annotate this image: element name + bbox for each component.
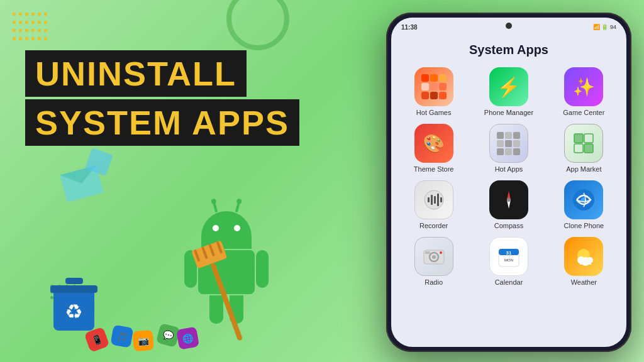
clone-phone-svg xyxy=(572,188,596,212)
app-item-theme-store[interactable]: 🎨 Theme Store xyxy=(399,124,469,173)
scattered-icon-2: 🎵 xyxy=(110,325,133,348)
calendar-svg: 31 MON xyxy=(496,244,521,269)
phone-screen: 11:38 📶 🔋 94 System Apps xyxy=(391,18,626,347)
bristle-4 xyxy=(216,241,223,254)
robot-arm-right xyxy=(256,250,269,288)
title-line1: UNINSTALL xyxy=(25,50,247,97)
app-icon-theme-store: 🎨 xyxy=(414,124,453,163)
robot-eye-left xyxy=(213,225,219,231)
svg-text:31: 31 xyxy=(506,250,512,256)
app-label-game-center: Game Center xyxy=(563,109,604,116)
svg-rect-7 xyxy=(434,196,436,204)
svg-text:MON: MON xyxy=(504,258,513,262)
app-icon-game-center: ✨ xyxy=(564,67,603,106)
status-icons: 📶 🔋 94 xyxy=(593,24,616,30)
svg-rect-0 xyxy=(574,134,583,143)
bin-handle xyxy=(65,278,83,284)
svg-rect-6 xyxy=(431,195,433,205)
battery-icon: 🔋 xyxy=(601,24,608,30)
svg-point-20 xyxy=(440,251,442,254)
app-market-svg xyxy=(572,132,595,155)
svg-rect-1 xyxy=(584,134,593,143)
app-label-hot-games: Hot Games xyxy=(416,109,452,116)
robot-head xyxy=(201,211,252,249)
app-label-calendar: Calendar xyxy=(495,278,523,286)
title-system-apps: SYSTEM APPS xyxy=(35,104,289,141)
title-uninstall: UNINSTALL xyxy=(35,55,236,92)
app-icon-radio xyxy=(414,237,453,276)
app-label-app-market: App Market xyxy=(566,165,601,173)
app-label-recorder: Recorder xyxy=(419,222,448,229)
app-item-game-center[interactable]: ✨ Game Center xyxy=(549,67,619,116)
weather-svg xyxy=(571,244,596,269)
bin-lid xyxy=(50,285,97,293)
bristle-1 xyxy=(194,250,201,262)
app-icon-compass xyxy=(489,180,528,219)
robot-antenna-right xyxy=(235,201,241,212)
bristle-3 xyxy=(209,244,216,256)
bristle-2 xyxy=(201,246,208,259)
app-label-clone-phone: Clone Phone xyxy=(564,222,604,229)
app-icon-hot-apps xyxy=(489,124,528,163)
svg-rect-19 xyxy=(425,251,430,254)
app-icon-app-market xyxy=(564,124,603,163)
app-label-phone-manager: Phone Manager xyxy=(484,109,533,116)
app-item-hot-games[interactable]: Hot Games xyxy=(399,67,469,116)
robot-antenna-left xyxy=(213,201,218,212)
status-time: 11:38 xyxy=(401,24,418,31)
compass-svg xyxy=(496,187,521,212)
svg-rect-8 xyxy=(437,194,439,206)
recorder-svg xyxy=(423,189,445,211)
app-item-app-market[interactable]: App Market xyxy=(549,124,619,173)
svg-rect-5 xyxy=(428,197,430,202)
deco-circle-top xyxy=(226,0,289,50)
app-item-phone-manager[interactable]: ⚡ Phone Manager xyxy=(474,67,543,116)
app-icon-clone-phone xyxy=(564,180,603,219)
app-label-theme-store: Theme Store xyxy=(414,165,454,173)
svg-rect-2 xyxy=(574,144,583,153)
phone-container: 11:38 📶 🔋 94 System Apps xyxy=(386,13,631,352)
app-icon-hot-games xyxy=(414,67,453,106)
app-icon-recorder xyxy=(414,180,453,219)
app-item-calendar[interactable]: 31 MON Calendar xyxy=(474,237,543,286)
apps-grid: Hot Games ⚡ Phone Manager ✨ xyxy=(399,67,619,286)
radio-svg xyxy=(421,244,447,269)
app-label-weather: Weather xyxy=(571,278,597,286)
title-line2: SYSTEM APPS xyxy=(25,99,299,146)
wifi-icon: 📶 xyxy=(593,24,600,30)
deco-grid-dots xyxy=(13,13,50,44)
svg-point-13 xyxy=(507,198,511,202)
title-block: UNINSTALL SYSTEM APPS xyxy=(25,50,299,146)
svg-point-18 xyxy=(432,255,436,259)
app-icon-weather xyxy=(564,237,603,276)
app-item-recorder[interactable]: Recorder xyxy=(399,180,469,229)
svg-rect-9 xyxy=(440,197,442,202)
phone-content: System Apps xyxy=(391,36,626,292)
robot-eye-right xyxy=(234,225,240,231)
app-icon-calendar: 31 MON xyxy=(489,237,528,276)
phone-frame: 11:38 📶 🔋 94 System Apps xyxy=(386,13,631,352)
app-icon-phone-manager: ⚡ xyxy=(489,67,528,106)
battery-level: 94 xyxy=(610,24,616,30)
app-label-hot-apps: Hot Apps xyxy=(495,165,523,173)
app-label-radio: Radio xyxy=(425,278,443,286)
camera-notch xyxy=(506,23,512,29)
screen-title: System Apps xyxy=(399,43,619,57)
app-item-hot-apps[interactable]: Hot Apps xyxy=(474,124,543,173)
app-item-clone-phone[interactable]: Clone Phone xyxy=(549,180,619,229)
app-label-compass: Compass xyxy=(494,222,523,229)
scattered-icon-3: 📷 xyxy=(132,330,154,352)
app-item-compass[interactable]: Compass xyxy=(474,180,543,229)
app-item-radio[interactable]: Radio xyxy=(399,237,469,286)
scattered-icon-1: 📱 xyxy=(84,327,109,353)
svg-rect-3 xyxy=(584,144,593,153)
app-item-weather[interactable]: Weather xyxy=(549,237,619,286)
svg-rect-29 xyxy=(580,261,591,265)
